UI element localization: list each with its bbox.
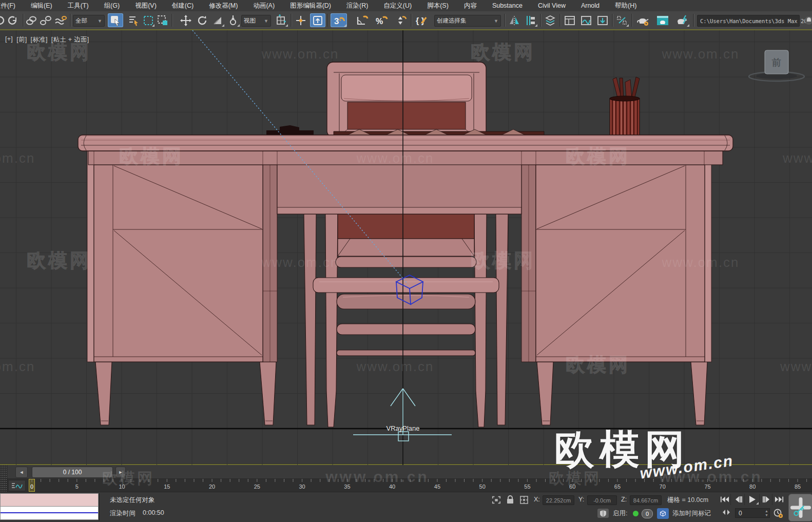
key-mode-toggle-icon[interactable] [722, 509, 731, 515]
menu-item[interactable]: 动画(A) [245, 0, 282, 11]
next-frame-button[interactable] [760, 494, 772, 505]
viewport-menu-general[interactable]: [+] [5, 35, 13, 44]
chevron-down-icon[interactable]: ▼ [494, 18, 498, 24]
previous-frame-button[interactable] [732, 494, 745, 505]
redo-icon[interactable] [6, 13, 21, 27]
menu-item[interactable]: 工具(T) [60, 0, 96, 11]
frame-spinner[interactable]: ▲▼ [765, 509, 768, 517]
menu-item[interactable]: Arnold [573, 0, 607, 11]
spinner-snap-button[interactable] [393, 13, 409, 27]
layer-manager-button[interactable] [543, 13, 557, 27]
time-tag-cube-icon[interactable] [657, 508, 669, 519]
angle-snap-button[interactable] [354, 13, 370, 27]
flyout-corner-icon[interactable] [152, 24, 154, 27]
y-coord-field[interactable]: -0.0cm [587, 495, 617, 505]
manipulate-button[interactable] [294, 13, 308, 27]
go-to-end-button[interactable] [773, 494, 785, 505]
material-editor-button[interactable] [615, 13, 629, 27]
place-button[interactable] [226, 13, 240, 27]
menu-item[interactable]: 组(G) [96, 0, 128, 11]
x-coord-field[interactable]: 22.252cm [543, 495, 574, 505]
select-object-button[interactable] [108, 13, 123, 27]
time-slider-next-button[interactable]: ► [115, 467, 126, 478]
flyout-corner-icon[interactable] [626, 24, 629, 27]
listener-script-row[interactable] [0, 507, 99, 520]
maxscript-mini-listener[interactable] [0, 493, 100, 521]
project-path-field[interactable]: C:\Users\Han\Documents\3ds Max 2022▼ [697, 15, 800, 27]
play-button[interactable] [745, 494, 760, 505]
link-icon[interactable] [25, 13, 38, 27]
timeline-grip[interactable] [0, 465, 7, 492]
viewport-menu-pov[interactable]: [前] [16, 35, 27, 44]
menu-item[interactable]: 图形编辑器(D) [282, 0, 339, 11]
render-production-button[interactable] [674, 13, 690, 27]
scene-explorer-button[interactable] [563, 13, 577, 27]
viewport-front[interactable]: VRayPlane 欧模网www.om.cn欧模网www.om.cnom.cn欧… [0, 29, 812, 465]
schematic-view-button[interactable] [595, 13, 610, 27]
named-sets-button[interactable]: { } [414, 13, 431, 27]
flyout-corner-icon[interactable] [222, 24, 224, 27]
scale-button[interactable] [210, 13, 225, 27]
viewcube[interactable]: 前 [749, 50, 804, 81]
align-button[interactable] [524, 13, 538, 27]
menu-item[interactable]: 渲染(R) [339, 0, 376, 11]
selection-filter-select[interactable]: 全部▼ [73, 15, 105, 27]
undo-icon[interactable] [0, 13, 6, 27]
time-config-icon[interactable] [773, 508, 783, 518]
rotate-button[interactable] [195, 13, 209, 27]
go-to-start-button[interactable] [719, 494, 731, 505]
current-frame-field[interactable]: 0 ▲▼ [735, 508, 770, 518]
flyout-corner-icon[interactable] [535, 24, 537, 27]
menu-item[interactable]: 编辑(E) [23, 0, 60, 11]
kbd-override-button[interactable] [310, 13, 325, 27]
rendered-frame-button[interactable] [655, 13, 670, 27]
degradation-shield-icon[interactable] [597, 509, 609, 518]
viewport-menu-standard[interactable]: [标准] [31, 35, 48, 44]
menu-item[interactable]: Substance [485, 0, 530, 11]
snap-3d-button[interactable]: 3 [331, 13, 347, 27]
flyout-corner-icon[interactable] [285, 24, 288, 27]
mirror-button[interactable] [507, 13, 521, 27]
region-select-button[interactable] [142, 13, 155, 27]
bind-spacewarp-icon[interactable] [53, 13, 68, 27]
chevron-down-icon[interactable]: ▼ [98, 18, 102, 24]
track-bar[interactable]: 0510152025303540455055606570758085 [7, 479, 812, 492]
move-button[interactable] [179, 13, 193, 27]
add-time-tag[interactable]: 添加时间标记 [672, 509, 711, 518]
menu-item[interactable]: 修改器(M) [201, 0, 245, 11]
viewport-menu-shading[interactable]: [粘土 + 边面] [51, 35, 89, 44]
set-keys-button[interactable] [788, 494, 812, 521]
enable-value-badge[interactable]: 0 [642, 509, 653, 518]
flyout-corner-icon[interactable] [687, 24, 689, 27]
time-slider[interactable]: 0 / 100 [32, 467, 113, 478]
viewport-canvas[interactable]: VRayPlane 欧模网www.om.cn欧模网www.om.cnom.cn欧… [0, 29, 812, 466]
notification-button[interactable] [803, 13, 812, 27]
window-crossing-button[interactable] [156, 13, 169, 27]
isolate-selection-icon[interactable] [491, 495, 501, 505]
z-coord-field[interactable]: 84.667cm [630, 495, 662, 505]
menu-item[interactable]: 自定义(U) [376, 0, 419, 11]
ref-coord-select[interactable]: 视图▼ [241, 15, 271, 27]
menu-item[interactable]: 脚本(S) [419, 0, 456, 11]
selection-lock-icon[interactable] [506, 495, 514, 505]
menu-item[interactable]: 帮助(H) [607, 0, 644, 11]
menu-item[interactable]: 文件(F) [0, 0, 23, 11]
viewcube-face-label[interactable]: 前 [771, 57, 781, 68]
menu-item[interactable]: 视图(V) [127, 0, 164, 11]
unlink-icon[interactable] [39, 13, 52, 27]
use-pivot-button[interactable] [273, 13, 288, 27]
listener-macro-row[interactable] [0, 493, 99, 507]
menu-item[interactable]: Civil View [530, 0, 573, 11]
selection-set-select[interactable]: 创建选择集▼ [434, 15, 501, 27]
flyout-corner-icon[interactable] [237, 24, 240, 27]
percent-snap-button[interactable]: % [374, 13, 389, 27]
menu-item[interactable]: 创建(C) [164, 0, 201, 11]
curve-editor-button[interactable] [579, 13, 593, 27]
absolute-mode-icon[interactable] [519, 495, 529, 505]
select-by-name-button[interactable] [127, 13, 141, 27]
menu-item[interactable]: 内容 [456, 0, 485, 11]
render-setup-button[interactable] [635, 13, 651, 27]
pen-cup[interactable] [610, 77, 640, 136]
time-slider-prev-button[interactable]: ◄ [15, 467, 28, 478]
flyout-corner-icon[interactable] [344, 24, 346, 27]
